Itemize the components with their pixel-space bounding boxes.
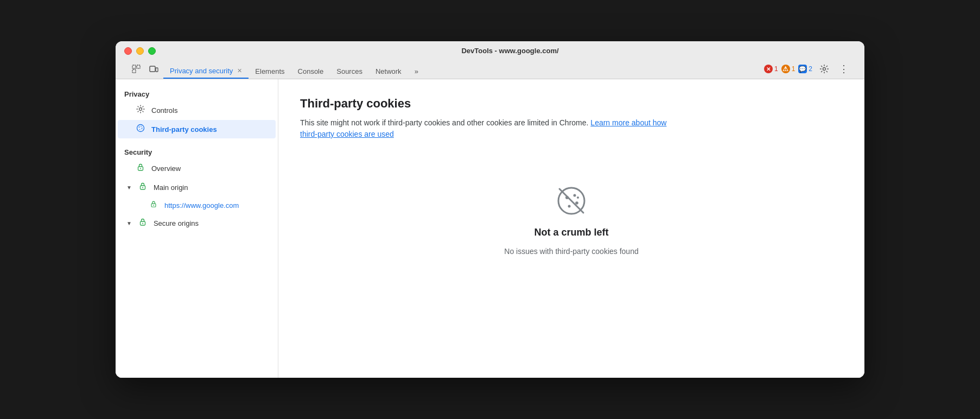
- svg-point-10: [139, 129, 141, 130]
- sidebar-item-overview[interactable]: Overview: [118, 159, 276, 177]
- warn-badge[interactable]: ⚠ 1: [781, 65, 796, 73]
- toolbar: Privacy and security ✕ Elements Console …: [124, 59, 856, 79]
- inspector-icon[interactable]: [129, 61, 144, 77]
- arrow-icon-main-origin: ▼: [126, 185, 132, 191]
- lock-icon-overview: [135, 163, 146, 174]
- overview-label: Overview: [151, 164, 181, 173]
- maximize-button[interactable]: [148, 47, 156, 55]
- empty-subtitle: No issues with third-party cookies found: [504, 247, 638, 256]
- info-count: 2: [809, 65, 812, 73]
- main-origin-label: Main origin: [154, 183, 188, 192]
- svg-point-11: [142, 127, 142, 128]
- svg-point-15: [142, 187, 143, 188]
- tab-label: Sources: [336, 67, 362, 75]
- title-bar-top: DevTools - www.google.com/: [124, 47, 856, 55]
- more-options-button[interactable]: ⋮: [836, 61, 851, 77]
- error-icon: ✕: [764, 65, 773, 73]
- main-panel: Third-party cookies This site might not …: [278, 79, 864, 378]
- sidebar-item-main-origin[interactable]: ▼ Main origin: [118, 178, 276, 196]
- svg-rect-1: [137, 65, 140, 68]
- secure-origins-label: Secure origins: [154, 219, 199, 227]
- device-toolbar-icon[interactable]: [146, 61, 161, 77]
- warn-count: 1: [792, 65, 796, 73]
- toolbar-left: [129, 61, 161, 77]
- sidebar-item-secure-origins[interactable]: ▼ Secure origins: [118, 214, 276, 232]
- close-button[interactable]: [124, 47, 132, 55]
- svg-point-9: [142, 128, 143, 129]
- lock-icon-main-origin: [137, 182, 148, 193]
- tab-console[interactable]: Console: [291, 64, 330, 79]
- svg-rect-2: [132, 69, 136, 73]
- window-title: DevTools - www.google.com/: [164, 47, 856, 55]
- minimize-button[interactable]: [136, 47, 144, 55]
- gear-icon: [135, 105, 146, 116]
- lock-icon-google: [148, 200, 159, 210]
- tab-bar: Privacy and security ✕ Elements Console …: [163, 59, 764, 79]
- cookie-icon: [135, 124, 146, 135]
- panel-desc-text: This site might not work if third-party …: [300, 118, 588, 127]
- tab-privacy-and-security[interactable]: Privacy and security ✕: [163, 64, 249, 79]
- tab-elements[interactable]: Elements: [249, 64, 291, 79]
- sidebar: Privacy Controls: [116, 79, 278, 378]
- svg-point-6: [137, 125, 144, 132]
- title-bar: DevTools - www.google.com/: [116, 41, 864, 79]
- svg-point-19: [142, 223, 143, 224]
- tab-more-label: »: [415, 67, 418, 75]
- svg-point-8: [141, 126, 142, 127]
- warn-icon: ⚠: [781, 65, 790, 73]
- svg-rect-0: [132, 65, 136, 68]
- info-icon: 💬: [798, 65, 807, 73]
- svg-point-25: [577, 196, 579, 199]
- main-content: Privacy Controls: [116, 79, 864, 378]
- svg-point-22: [574, 194, 576, 197]
- svg-point-5: [139, 108, 142, 111]
- tab-label: Console: [298, 67, 324, 75]
- third-party-cookies-label: Third-party cookies: [151, 125, 217, 134]
- badge-group: ✕ 1 ⚠ 1 💬 2: [764, 65, 812, 73]
- empty-title: Not a crumb left: [534, 227, 608, 238]
- tab-sources[interactable]: Sources: [330, 64, 369, 79]
- sidebar-item-controls[interactable]: Controls: [118, 101, 276, 119]
- privacy-section-label: Privacy: [116, 86, 278, 100]
- svg-line-26: [559, 189, 583, 213]
- tab-network[interactable]: Network: [369, 64, 408, 79]
- tab-label: Network: [376, 67, 402, 75]
- controls-label: Controls: [151, 106, 177, 115]
- devtools-window: DevTools - www.google.com/: [116, 41, 864, 378]
- svg-rect-4: [156, 68, 158, 72]
- info-badge[interactable]: 💬 2: [798, 65, 812, 73]
- svg-point-13: [140, 168, 141, 169]
- panel-title: Third-party cookies: [300, 97, 843, 111]
- error-count: 1: [774, 65, 778, 73]
- lock-icon-secure-origins: [137, 218, 148, 228]
- tab-label: Elements: [255, 67, 284, 75]
- security-section-label: Security: [116, 144, 278, 158]
- sidebar-item-google-url[interactable]: https://www.google.com: [118, 197, 276, 213]
- toolbar-right: ✕ 1 ⚠ 1 💬 2: [764, 61, 851, 77]
- error-badge[interactable]: ✕ 1: [764, 65, 778, 73]
- settings-button[interactable]: [817, 61, 832, 77]
- google-url-label: https://www.google.com: [164, 201, 239, 210]
- panel-description: This site might not work if third-party …: [300, 117, 680, 140]
- svg-point-17: [153, 205, 154, 206]
- tab-label: Privacy and security: [170, 67, 233, 75]
- tab-close-icon[interactable]: ✕: [237, 67, 242, 74]
- traffic-lights: [124, 47, 156, 55]
- svg-rect-3: [150, 66, 155, 72]
- svg-point-24: [568, 205, 571, 208]
- tab-more[interactable]: »: [408, 64, 425, 79]
- arrow-icon-secure-origins: ▼: [126, 220, 132, 226]
- empty-state: Not a crumb left No issues with third-pa…: [300, 183, 843, 256]
- sidebar-item-third-party-cookies[interactable]: Third-party cookies: [118, 120, 276, 138]
- no-cookies-icon: [554, 183, 589, 218]
- svg-point-7: [139, 126, 140, 128]
